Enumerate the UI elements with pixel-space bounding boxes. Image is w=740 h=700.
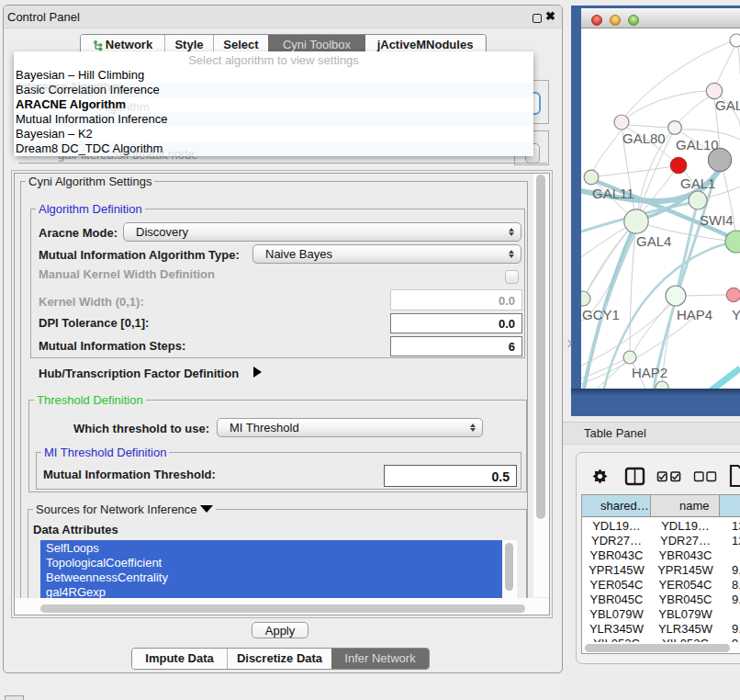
svg-text:GCY1: GCY1 — [582, 307, 620, 322]
svg-text:HAP4: HAP4 — [677, 307, 712, 322]
svg-text:YJ: YJ — [732, 307, 740, 322]
svg-text:GAL1: GAL1 — [680, 175, 715, 191]
svg-text:GAL11: GAL11 — [592, 186, 634, 201]
svg-text:GAL4: GAL4 — [636, 233, 671, 249]
svg-text:GAL7: GAL7 — [715, 97, 740, 113]
svg-text:GAL10: GAL10 — [676, 137, 719, 152]
svg-text:GAL80: GAL80 — [622, 130, 666, 146]
svg-text:SWI4: SWI4 — [700, 212, 734, 228]
svg-text:HAP2: HAP2 — [632, 365, 667, 380]
